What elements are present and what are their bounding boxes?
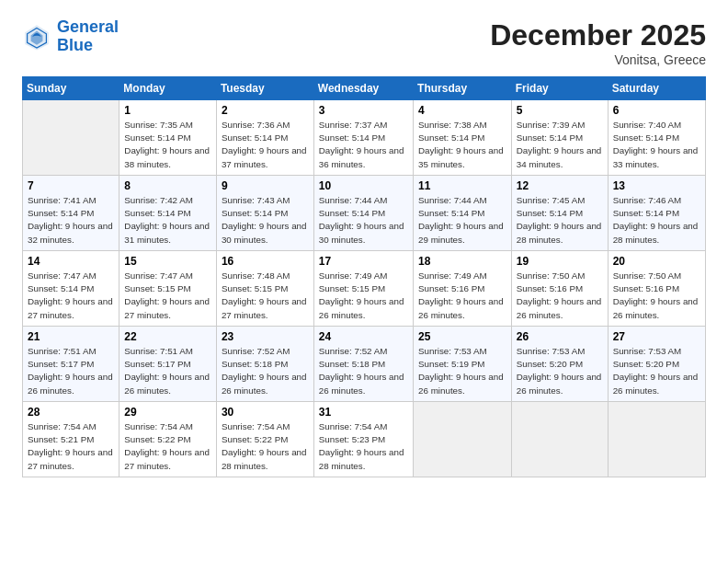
day-number: 13 bbox=[613, 179, 700, 192]
calendar-cell bbox=[414, 402, 512, 477]
calendar-cell: 30 Sunrise: 7:54 AMSunset: 5:22 PMDaylig… bbox=[216, 402, 313, 477]
calendar-week: 7 Sunrise: 7:41 AMSunset: 5:14 PMDayligh… bbox=[23, 176, 706, 251]
calendar-cell: 15 Sunrise: 7:47 AMSunset: 5:15 PMDaylig… bbox=[119, 251, 217, 327]
logo-blue: Blue bbox=[57, 36, 93, 54]
logo-icon bbox=[22, 22, 51, 52]
calendar-cell: 22 Sunrise: 7:51 AMSunset: 5:17 PMDaylig… bbox=[119, 327, 217, 402]
day-number: 15 bbox=[124, 255, 211, 268]
title-block: December 2025 Vonitsa, Greece bbox=[490, 18, 706, 67]
calendar-cell: 4 Sunrise: 7:38 AMSunset: 5:14 PMDayligh… bbox=[414, 100, 512, 176]
page: General Blue December 2025 Vonitsa, Gree… bbox=[0, 0, 728, 563]
calendar-cell bbox=[23, 100, 119, 176]
day-number: 30 bbox=[222, 406, 309, 419]
day-number: 23 bbox=[222, 330, 309, 343]
cell-info: Sunrise: 7:40 AMSunset: 5:14 PMDaylight:… bbox=[613, 120, 699, 169]
day-number: 1 bbox=[124, 104, 211, 117]
logo: General Blue bbox=[22, 18, 119, 55]
day-number: 3 bbox=[319, 104, 408, 117]
calendar-cell: 16 Sunrise: 7:48 AMSunset: 5:15 PMDaylig… bbox=[216, 251, 313, 327]
day-number: 31 bbox=[319, 406, 408, 419]
calendar-cell: 25 Sunrise: 7:53 AMSunset: 5:19 PMDaylig… bbox=[414, 327, 512, 402]
calendar-week: 21 Sunrise: 7:51 AMSunset: 5:17 PMDaylig… bbox=[23, 327, 706, 402]
cell-info: Sunrise: 7:49 AMSunset: 5:15 PMDaylight:… bbox=[319, 270, 404, 320]
calendar-cell: 8 Sunrise: 7:42 AMSunset: 5:14 PMDayligh… bbox=[119, 176, 217, 251]
day-number: 21 bbox=[28, 330, 114, 343]
calendar-cell: 23 Sunrise: 7:52 AMSunset: 5:18 PMDaylig… bbox=[216, 327, 313, 402]
calendar-cell: 5 Sunrise: 7:39 AMSunset: 5:14 PMDayligh… bbox=[511, 100, 608, 176]
cell-info: Sunrise: 7:41 AMSunset: 5:14 PMDaylight:… bbox=[28, 195, 113, 245]
cell-info: Sunrise: 7:36 AMSunset: 5:14 PMDaylight:… bbox=[222, 120, 307, 169]
cell-info: Sunrise: 7:38 AMSunset: 5:14 PMDaylight:… bbox=[418, 120, 504, 169]
day-number: 6 bbox=[613, 104, 700, 117]
calendar-cell: 14 Sunrise: 7:47 AMSunset: 5:14 PMDaylig… bbox=[23, 251, 119, 327]
cell-info: Sunrise: 7:43 AMSunset: 5:14 PMDaylight:… bbox=[222, 195, 307, 245]
subtitle: Vonitsa, Greece bbox=[490, 52, 706, 67]
calendar-cell: 2 Sunrise: 7:36 AMSunset: 5:14 PMDayligh… bbox=[216, 100, 313, 176]
cell-info: Sunrise: 7:50 AMSunset: 5:16 PMDaylight:… bbox=[517, 270, 602, 320]
cell-info: Sunrise: 7:44 AMSunset: 5:14 PMDaylight:… bbox=[418, 195, 504, 245]
day-number: 10 bbox=[319, 179, 408, 192]
cell-info: Sunrise: 7:37 AMSunset: 5:14 PMDaylight:… bbox=[319, 120, 404, 169]
cell-info: Sunrise: 7:52 AMSunset: 5:18 PMDaylight:… bbox=[222, 346, 307, 396]
cell-info: Sunrise: 7:54 AMSunset: 5:23 PMDaylight:… bbox=[319, 421, 404, 471]
cell-info: Sunrise: 7:39 AMSunset: 5:14 PMDaylight:… bbox=[517, 120, 602, 169]
calendar-week: 28 Sunrise: 7:54 AMSunset: 5:21 PMDaylig… bbox=[23, 402, 706, 477]
calendar-cell: 26 Sunrise: 7:53 AMSunset: 5:20 PMDaylig… bbox=[511, 327, 608, 402]
calendar-cell: 6 Sunrise: 7:40 AMSunset: 5:14 PMDayligh… bbox=[608, 100, 705, 176]
cell-info: Sunrise: 7:46 AMSunset: 5:14 PMDaylight:… bbox=[613, 195, 699, 245]
day-number: 8 bbox=[124, 179, 211, 192]
cell-info: Sunrise: 7:47 AMSunset: 5:15 PMDaylight:… bbox=[124, 270, 210, 320]
cell-info: Sunrise: 7:52 AMSunset: 5:18 PMDaylight:… bbox=[319, 346, 404, 396]
day-number: 16 bbox=[222, 255, 309, 268]
calendar-cell: 1 Sunrise: 7:35 AMSunset: 5:14 PMDayligh… bbox=[119, 100, 217, 176]
calendar-cell: 21 Sunrise: 7:51 AMSunset: 5:17 PMDaylig… bbox=[23, 327, 119, 402]
calendar-cell: 10 Sunrise: 7:44 AMSunset: 5:14 PMDaylig… bbox=[313, 176, 413, 251]
day-number: 12 bbox=[517, 179, 603, 192]
day-number: 24 bbox=[319, 330, 408, 343]
cell-info: Sunrise: 7:51 AMSunset: 5:17 PMDaylight:… bbox=[28, 346, 113, 396]
calendar-cell: 24 Sunrise: 7:52 AMSunset: 5:18 PMDaylig… bbox=[313, 327, 413, 402]
day-number: 4 bbox=[418, 104, 506, 117]
calendar-cell: 18 Sunrise: 7:49 AMSunset: 5:16 PMDaylig… bbox=[414, 251, 512, 327]
cell-info: Sunrise: 7:44 AMSunset: 5:14 PMDaylight:… bbox=[319, 195, 404, 245]
day-number: 26 bbox=[517, 330, 603, 343]
calendar-cell: 7 Sunrise: 7:41 AMSunset: 5:14 PMDayligh… bbox=[23, 176, 119, 251]
cell-info: Sunrise: 7:53 AMSunset: 5:20 PMDaylight:… bbox=[613, 346, 699, 396]
calendar-cell bbox=[608, 402, 705, 477]
day-number: 2 bbox=[222, 104, 309, 117]
logo-text: General Blue bbox=[57, 18, 119, 55]
day-number: 25 bbox=[418, 330, 506, 343]
day-number: 18 bbox=[418, 255, 506, 268]
weekday-header: Sunday bbox=[23, 77, 119, 100]
day-number: 28 bbox=[28, 406, 114, 419]
weekday-header: Monday bbox=[119, 77, 217, 100]
day-number: 20 bbox=[613, 255, 700, 268]
month-title: December 2025 bbox=[490, 18, 706, 52]
calendar-cell: 3 Sunrise: 7:37 AMSunset: 5:14 PMDayligh… bbox=[313, 100, 413, 176]
weekday-header: Friday bbox=[511, 77, 608, 100]
weekday-header: Wednesday bbox=[313, 77, 413, 100]
cell-info: Sunrise: 7:53 AMSunset: 5:19 PMDaylight:… bbox=[418, 346, 504, 396]
cell-info: Sunrise: 7:54 AMSunset: 5:21 PMDaylight:… bbox=[28, 421, 113, 471]
calendar-cell: 27 Sunrise: 7:53 AMSunset: 5:20 PMDaylig… bbox=[608, 327, 705, 402]
calendar-cell: 11 Sunrise: 7:44 AMSunset: 5:14 PMDaylig… bbox=[414, 176, 512, 251]
day-number: 11 bbox=[418, 179, 506, 192]
day-number: 9 bbox=[222, 179, 309, 192]
calendar-week: 14 Sunrise: 7:47 AMSunset: 5:14 PMDaylig… bbox=[23, 251, 706, 327]
day-number: 29 bbox=[124, 406, 211, 419]
day-number: 7 bbox=[28, 179, 114, 192]
cell-info: Sunrise: 7:47 AMSunset: 5:14 PMDaylight:… bbox=[28, 270, 113, 320]
calendar-cell: 13 Sunrise: 7:46 AMSunset: 5:14 PMDaylig… bbox=[608, 176, 705, 251]
cell-info: Sunrise: 7:48 AMSunset: 5:15 PMDaylight:… bbox=[222, 270, 307, 320]
calendar-cell: 28 Sunrise: 7:54 AMSunset: 5:21 PMDaylig… bbox=[23, 402, 119, 477]
cell-info: Sunrise: 7:42 AMSunset: 5:14 PMDaylight:… bbox=[124, 195, 210, 245]
calendar-cell: 29 Sunrise: 7:54 AMSunset: 5:22 PMDaylig… bbox=[119, 402, 217, 477]
header: General Blue December 2025 Vonitsa, Gree… bbox=[22, 18, 706, 67]
calendar-table: SundayMondayTuesdayWednesdayThursdayFrid… bbox=[22, 76, 706, 477]
cell-info: Sunrise: 7:35 AMSunset: 5:14 PMDaylight:… bbox=[124, 120, 210, 169]
cell-info: Sunrise: 7:50 AMSunset: 5:16 PMDaylight:… bbox=[613, 270, 699, 320]
cell-info: Sunrise: 7:51 AMSunset: 5:17 PMDaylight:… bbox=[124, 346, 210, 396]
calendar-cell: 20 Sunrise: 7:50 AMSunset: 5:16 PMDaylig… bbox=[608, 251, 705, 327]
day-number: 22 bbox=[124, 330, 211, 343]
calendar-cell: 19 Sunrise: 7:50 AMSunset: 5:16 PMDaylig… bbox=[511, 251, 608, 327]
